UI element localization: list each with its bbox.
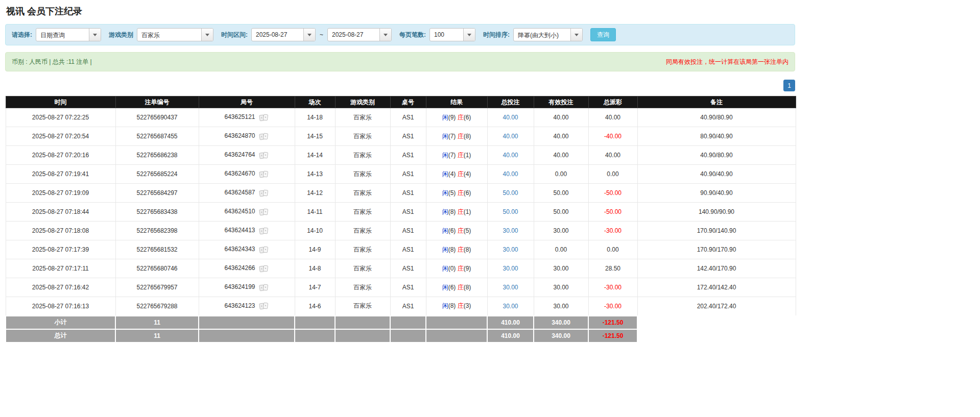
- cell-total-bet[interactable]: 30.00: [487, 222, 534, 240]
- cell-time: 2025-08-27 07:20:16: [6, 146, 115, 165]
- round-id-text: 643624199: [224, 283, 255, 290]
- cell-result: 闲(8) 庄(3): [426, 297, 487, 316]
- sort-order-value[interactable]: 降幂(由大到小): [514, 29, 570, 41]
- view-cards-icon[interactable]: [259, 189, 269, 197]
- page-size-value[interactable]: 100: [430, 29, 463, 41]
- cell-bet-id: 522765679957: [115, 278, 199, 297]
- cell-table-no: AS1: [390, 278, 426, 297]
- pagination-page-1[interactable]: 1: [783, 80, 795, 91]
- cell-total-bet[interactable]: 30.00: [487, 240, 534, 259]
- cell-time: 2025-08-27 07:17:39: [6, 240, 115, 259]
- column-header-6: 桌号: [390, 96, 426, 108]
- player-points: (8): [448, 208, 456, 215]
- view-cards-icon[interactable]: [259, 302, 269, 310]
- cell-game-type: 百家乐: [335, 203, 390, 222]
- cell-time: 2025-08-27 07:16:13: [6, 297, 115, 316]
- cell-total-bet[interactable]: 40.00: [487, 108, 534, 127]
- page-title: 视讯 会员下注纪录: [6, 5, 795, 17]
- chevron-down-icon[interactable]: [303, 29, 315, 41]
- total-row-cell-6: [390, 329, 426, 342]
- cell-table-no: AS1: [390, 108, 426, 127]
- table-row: 2025-08-27 07:19:09522765684297643624587…: [6, 184, 796, 203]
- cell-session: 14-18: [295, 108, 335, 127]
- cell-remark: 40.90/80.90: [637, 146, 796, 165]
- view-cards-icon[interactable]: [259, 133, 269, 140]
- cell-payout: -30.00: [588, 222, 637, 240]
- cell-payout: 40.00: [588, 146, 637, 165]
- cell-game-type: 百家乐: [335, 184, 390, 203]
- player-points: (5): [448, 189, 456, 197]
- cell-total-bet[interactable]: 30.00: [487, 278, 534, 297]
- table-row: 2025-08-27 07:18:08522765682398643624413…: [6, 222, 796, 240]
- cell-total-bet[interactable]: 40.00: [487, 127, 534, 146]
- chevron-down-icon[interactable]: [201, 29, 213, 41]
- cell-round-id: 643624870: [199, 127, 295, 146]
- cell-session: 14-12: [295, 184, 335, 203]
- column-header-5: 游戏类别: [335, 96, 390, 108]
- view-cards-icon[interactable]: [259, 265, 269, 273]
- view-cards-icon[interactable]: [259, 114, 269, 121]
- query-type-value[interactable]: 日期查询: [36, 29, 89, 41]
- total-row-cell-9: 340.00: [534, 329, 588, 342]
- banker-points: (8): [464, 133, 471, 140]
- round-id-text: 643624123: [224, 302, 255, 309]
- cell-payout: -30.00: [588, 297, 637, 316]
- player-result: 闲: [442, 114, 448, 121]
- cell-total-bet[interactable]: 30.00: [487, 297, 534, 316]
- cell-remark: 142.40/170.90: [637, 259, 796, 278]
- game-type-combobox[interactable]: 百家乐: [137, 28, 213, 41]
- total-row-cell-3: [199, 329, 295, 342]
- date-from-combobox[interactable]: 2025-08-27: [251, 28, 316, 41]
- date-to-value[interactable]: 2025-08-27: [328, 29, 379, 41]
- cell-total-bet[interactable]: 40.00: [487, 165, 534, 184]
- cell-session: 14-7: [295, 278, 335, 297]
- cell-valid-bet: 30.00: [534, 297, 588, 316]
- column-header-4: 场次: [295, 96, 335, 108]
- view-cards-icon[interactable]: [259, 227, 269, 235]
- view-cards-icon[interactable]: [259, 284, 269, 291]
- player-result: 闲: [442, 208, 448, 215]
- chevron-down-icon[interactable]: [379, 29, 391, 41]
- cell-round-id: 643624123: [199, 297, 295, 316]
- banker-points: (6): [464, 189, 471, 197]
- date-from-value[interactable]: 2025-08-27: [252, 29, 303, 41]
- cell-bet-id: 522765687455: [115, 127, 199, 146]
- subtotal-row-cell-7: [426, 316, 487, 329]
- pagination: 1: [5, 80, 795, 91]
- view-cards-icon[interactable]: [259, 152, 269, 159]
- cell-table-no: AS1: [390, 203, 426, 222]
- select-label: 请选择:: [12, 31, 32, 39]
- cell-bet-id: 522765686238: [115, 146, 199, 165]
- cell-payout: -50.00: [588, 184, 637, 203]
- cell-total-bet[interactable]: 40.00: [487, 146, 534, 165]
- cell-valid-bet: 40.00: [534, 108, 588, 127]
- chevron-down-icon[interactable]: [463, 29, 475, 41]
- date-to-combobox[interactable]: 2025-08-27: [327, 28, 392, 41]
- view-cards-icon[interactable]: [259, 208, 269, 216]
- cell-result: 闲(0) 庄(9): [426, 259, 487, 278]
- cell-remark: 172.40/142.40: [637, 278, 796, 297]
- chevron-down-icon[interactable]: [89, 29, 101, 41]
- query-button[interactable]: 查询: [590, 28, 616, 41]
- cell-table-no: AS1: [390, 127, 426, 146]
- date-range-separator: ~: [319, 31, 324, 38]
- cell-valid-bet: 0.00: [534, 165, 588, 184]
- cell-result: 闲(5) 庄(6): [426, 184, 487, 203]
- game-type-value[interactable]: 百家乐: [137, 29, 201, 41]
- sort-order-combobox[interactable]: 降幂(由大到小): [513, 28, 583, 41]
- subtotal-row-cell-8: 410.00: [487, 316, 534, 329]
- chevron-down-icon[interactable]: [570, 29, 582, 41]
- cell-bet-id: 522765679288: [115, 297, 199, 316]
- cell-total-bet[interactable]: 30.00: [487, 259, 534, 278]
- view-cards-icon[interactable]: [259, 246, 269, 254]
- page-size-combobox[interactable]: 100: [429, 28, 475, 41]
- query-type-combobox[interactable]: 日期查询: [36, 28, 101, 41]
- view-cards-icon[interactable]: [259, 170, 269, 178]
- cell-total-bet[interactable]: 50.00: [487, 203, 534, 222]
- cell-result: 闲(6) 庄(5): [426, 222, 487, 240]
- total-row-cell-4: [295, 329, 335, 342]
- table-row: 2025-08-27 07:19:41522765685224643624670…: [6, 165, 796, 184]
- cell-total-bet[interactable]: 50.00: [487, 184, 534, 203]
- cell-table-no: AS1: [390, 146, 426, 165]
- cell-result: 闲(8) 庄(1): [426, 203, 487, 222]
